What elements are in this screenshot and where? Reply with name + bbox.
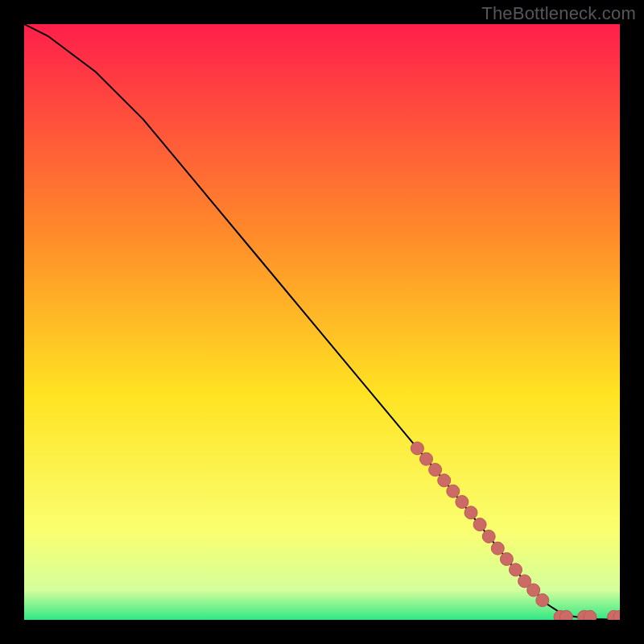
highlight-dot bbox=[491, 542, 504, 555]
highlight-dot bbox=[482, 530, 495, 543]
highlight-dot bbox=[527, 584, 540, 597]
highlight-dot bbox=[429, 464, 442, 477]
highlight-dot bbox=[447, 485, 460, 497]
chart-svg bbox=[24, 24, 620, 620]
highlight-dot bbox=[456, 496, 469, 509]
chart-frame: TheBottleneck.com bbox=[0, 0, 644, 644]
highlight-dot bbox=[464, 506, 477, 519]
highlight-dot bbox=[559, 610, 572, 620]
highlight-dot bbox=[536, 594, 549, 607]
highlight-dot bbox=[584, 610, 597, 620]
highlight-dot bbox=[420, 452, 433, 465]
highlight-dot bbox=[411, 442, 423, 455]
highlight-dot bbox=[438, 474, 451, 487]
highlight-dot bbox=[500, 553, 513, 566]
watermark-text: TheBottleneck.com bbox=[481, 3, 636, 24]
gradient-background bbox=[24, 24, 620, 620]
highlight-dot bbox=[473, 518, 486, 531]
plot-area bbox=[24, 24, 620, 620]
highlight-dot bbox=[510, 564, 522, 576]
